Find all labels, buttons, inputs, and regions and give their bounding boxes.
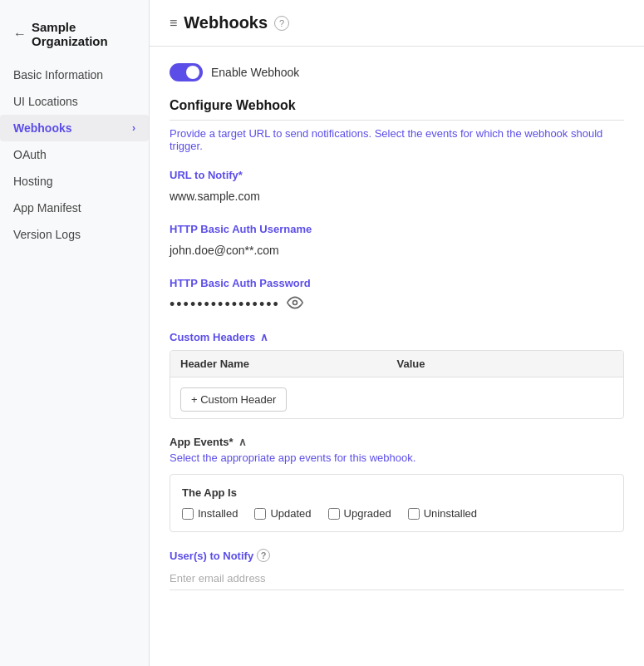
table-col-header-name: Header Name: [180, 358, 397, 370]
app-events-group-the-app-is: The App Is Installed Updated Upgraded: [170, 474, 624, 532]
org-name-link[interactable]: ← Sample Organization: [0, 13, 149, 62]
configure-section-desc: Provide a target URL to send notificatio…: [170, 127, 624, 152]
app-events-description: Select the appropriate app events for th…: [170, 451, 624, 464]
page-header: ≡ Webhooks ?: [150, 0, 644, 47]
custom-headers-section: Custom Headers ∧ Header Name Value + Cus…: [170, 331, 624, 419]
http-password-field-group: HTTP Basic Auth Password •••••••••••••••…: [170, 277, 624, 314]
app-events-toggle[interactable]: App Events* ∧: [170, 436, 624, 448]
custom-headers-label: Custom Headers: [170, 331, 255, 343]
upgraded-label: Upgraded: [344, 507, 391, 520]
updated-checkbox[interactable]: [254, 508, 266, 520]
toggle-slider: [170, 63, 203, 81]
users-help-icon[interactable]: ?: [257, 549, 270, 562]
svg-point-0: [293, 301, 297, 305]
http-username-value: john.doe@con**.com: [170, 240, 624, 260]
table-col-header-value: Value: [397, 358, 614, 370]
checkbox-installed[interactable]: Installed: [182, 507, 238, 520]
users-notify-section: User(s) to Notify ?: [170, 549, 624, 590]
configure-section-title: Configure Webhook: [170, 98, 624, 121]
enable-webhook-row: Enable Webhook: [170, 63, 624, 81]
sidebar-item-ui-locations[interactable]: UI Locations: [0, 88, 149, 115]
table-header-row: Header Name Value: [170, 351, 623, 377]
upgraded-checkbox[interactable]: [328, 508, 340, 520]
custom-headers-table: Header Name Value + Custom Header: [170, 350, 624, 419]
app-events-section: App Events* ∧ Select the appropriate app…: [170, 436, 624, 532]
users-notify-label: User(s) to Notify ?: [170, 549, 624, 562]
installed-label: Installed: [198, 507, 238, 520]
sidebar-item-oauth[interactable]: OAuth: [0, 141, 149, 168]
app-events-label: App Events*: [170, 436, 234, 448]
uninstalled-checkbox[interactable]: [408, 508, 420, 520]
http-password-row: ••••••••••••••••: [170, 294, 624, 314]
enable-webhook-label: Enable Webhook: [211, 66, 299, 79]
uninstalled-label: Uninstalled: [424, 507, 477, 520]
sidebar-item-hosting[interactable]: Hosting: [0, 168, 149, 195]
sidebar-item-app-manifest[interactable]: App Manifest: [0, 195, 149, 221]
sidebar-nav: Basic Information UI Locations Webhooks …: [0, 62, 149, 248]
password-dots: ••••••••••••••••: [170, 296, 280, 313]
checkbox-row: Installed Updated Upgraded Uninstalled: [182, 507, 612, 520]
url-field-value: www.sample.com: [170, 186, 624, 206]
configure-webhook-section: Configure Webhook Provide a target URL t…: [170, 98, 624, 152]
sidebar-item-webhooks[interactable]: Webhooks ›: [0, 115, 149, 141]
checkbox-upgraded[interactable]: Upgraded: [328, 507, 391, 520]
chevron-right-icon: ›: [132, 122, 135, 134]
checkbox-uninstalled[interactable]: Uninstalled: [408, 507, 477, 520]
http-password-label: HTTP Basic Auth Password: [170, 277, 624, 289]
table-body: + Custom Header: [170, 377, 623, 418]
page-title: Webhooks: [184, 13, 268, 32]
custom-headers-toggle[interactable]: Custom Headers ∧: [170, 331, 624, 343]
events-group-title: The App Is: [182, 486, 612, 499]
main-content: ≡ Webhooks ? Enable Webhook Configure We…: [150, 0, 644, 666]
email-input[interactable]: [170, 567, 624, 590]
enable-webhook-toggle[interactable]: [170, 63, 203, 81]
show-password-icon[interactable]: [287, 294, 303, 314]
sidebar: ← Sample Organization Basic Information …: [0, 0, 150, 666]
back-arrow-icon: ←: [13, 27, 27, 42]
url-field-group: URL to Notify* www.sample.com: [170, 169, 624, 206]
sidebar-item-basic-information[interactable]: Basic Information: [0, 62, 149, 88]
http-username-field-group: HTTP Basic Auth Username john.doe@con**.…: [170, 223, 624, 260]
updated-label: Updated: [270, 507, 311, 520]
add-custom-header-button[interactable]: + Custom Header: [180, 387, 287, 412]
custom-headers-chevron: ∧: [260, 331, 268, 343]
main-body: Enable Webhook Configure Webhook Provide…: [150, 47, 644, 624]
app-events-chevron: ∧: [238, 436, 247, 448]
installed-checkbox[interactable]: [182, 508, 194, 520]
url-field-label: URL to Notify*: [170, 169, 624, 181]
org-name-label: Sample Organization: [32, 20, 135, 48]
sidebar-item-version-logs[interactable]: Version Logs: [0, 221, 149, 248]
http-username-label: HTTP Basic Auth Username: [170, 223, 624, 235]
checkbox-updated[interactable]: Updated: [254, 507, 311, 520]
menu-icon: ≡: [170, 16, 177, 31]
help-icon[interactable]: ?: [274, 16, 289, 31]
